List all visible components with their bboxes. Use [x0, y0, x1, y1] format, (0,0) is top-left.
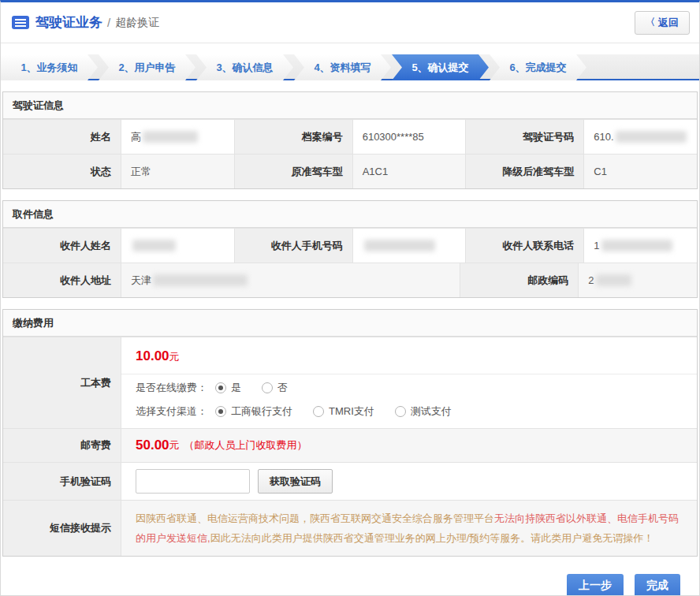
field-label-recipient-mobile: 收件人手机号码 — [235, 229, 353, 263]
sms-tip-row-body: 因陕西省联通、电信运营商技术问题，陕西省互联网交通安全综合服务管理平台无法向持陕… — [121, 501, 697, 556]
breadcrumb-divider: / — [107, 16, 110, 29]
field-label-sms-tip: 短信接收提示 — [3, 501, 121, 556]
redaction-blur — [153, 274, 248, 286]
section-pickup-info: 取件信息 收件人姓名 收件人手机号码 收件人联系电话 1 收件人地址 天津 邮政… — [2, 200, 698, 298]
license-business-icon — [12, 16, 29, 29]
section-payment-fees: 缴纳费用 工本费 10.00元 是否在线缴费： 是 否 选择支付渠道： 工商银行… — [2, 309, 698, 557]
sms-code-input[interactable] — [136, 469, 250, 494]
field-label-postage-fee: 邮寄费 — [3, 429, 121, 462]
footer-actions: 上一步 完成 — [1, 557, 699, 596]
field-value-name: 高 — [121, 120, 235, 154]
page-title: 驾驶证业务 — [35, 13, 102, 32]
back-button-label: 返回 — [658, 16, 679, 30]
table-row: 收件人姓名 收件人手机号码 收件人联系电话 1 — [3, 228, 697, 263]
field-value-recipient-mobile — [353, 229, 467, 263]
table-row: 收件人地址 天津 邮政编码 2 — [3, 263, 697, 297]
field-label-recipient-address: 收件人地址 — [3, 263, 121, 297]
postage-row-body: 50.00元 （邮政人员上门收取费用） — [121, 429, 697, 462]
fee-amount-line: 10.00元 — [121, 337, 697, 374]
field-value-recipient-phone: 1 — [584, 229, 697, 263]
field-label-recipient-name: 收件人姓名 — [3, 229, 121, 263]
step-5-confirm-submit[interactable]: 5、确认提交 — [392, 54, 489, 80]
fee-unit: 元 — [169, 351, 180, 363]
field-value-downgraded-class: C1 — [584, 155, 697, 188]
postage-unit: 元 — [169, 438, 180, 453]
redaction-blur — [601, 240, 672, 251]
field-value-recipient-address: 天津 — [121, 263, 460, 297]
postage-amount: 50.00 — [136, 438, 169, 453]
radio-channel-tmri[interactable]: TMRI支付 — [313, 404, 374, 419]
field-value-postal-code: 2 — [579, 263, 697, 297]
redaction-blur — [143, 131, 198, 143]
section-license-info: 驾驶证信息 姓名 高 档案编号 610300****85 驾驶证号码 610. … — [2, 91, 698, 189]
pay-channel-question-row: 选择支付渠道： 工商银行支付 TMRI支付 测试支付 — [121, 398, 697, 428]
step-wizard: 1、业务须知 2、用户申告 3、确认信息 4、资料填写 5、确认提交 6、完成提… — [1, 54, 699, 80]
step-2-user-declaration[interactable]: 2、用户申告 — [99, 54, 195, 80]
redaction-blur — [596, 274, 631, 286]
field-label-file-number: 档案编号 — [235, 120, 353, 154]
fee-amount: 10.00 — [136, 348, 169, 363]
fee-row-body: 10.00元 是否在线缴费： 是 否 选择支付渠道： 工商银行支付 TMRI支付… — [121, 337, 697, 428]
field-value-status: 正常 — [121, 155, 235, 188]
radio-icon — [262, 382, 273, 393]
pay-channel-question: 选择支付渠道： — [136, 404, 207, 419]
field-value-file-number: 610300****85 — [353, 120, 467, 154]
postage-row: 邮寄费 50.00元 （邮政人员上门收取费用） — [3, 428, 697, 462]
radio-icon — [395, 406, 406, 417]
step-6-complete-submit[interactable]: 6、完成提交 — [490, 54, 586, 80]
step-1-business-notice[interactable]: 1、业务须知 — [1, 54, 98, 80]
postage-note: （邮政人员上门收取费用） — [184, 438, 307, 453]
radio-channel-icbc[interactable]: 工商银行支付 — [215, 404, 292, 419]
get-code-button[interactable]: 获取验证码 — [258, 469, 333, 494]
finish-button[interactable]: 完成 — [635, 574, 680, 596]
section-title: 取件信息 — [3, 201, 697, 228]
field-label-license-number: 驾驶证号码 — [466, 120, 584, 154]
previous-step-button[interactable]: 上一步 — [567, 574, 624, 596]
radio-online-no[interactable]: 否 — [262, 381, 288, 395]
field-label-postal-code: 邮政编码 — [460, 263, 579, 297]
header: 驾驶证业务 / 超龄换证 〈 返回 — [1, 2, 699, 43]
sms-code-row-body: 获取验证码 — [121, 463, 697, 500]
online-pay-question: 是否在线缴费： — [136, 381, 207, 395]
redaction-blur — [616, 131, 687, 143]
sms-tip-text: 因陕西省联通、电信运营商技术问题，陕西省互联网交通安全综合服务管理平台无法向持陕… — [121, 501, 697, 556]
radio-channel-test[interactable]: 测试支付 — [395, 404, 452, 419]
fee-row: 工本费 10.00元 是否在线缴费： 是 否 选择支付渠道： 工商银行支付 TM… — [3, 337, 697, 428]
field-label-status: 状态 — [3, 155, 121, 188]
step-4-fill-materials[interactable]: 4、资料填写 — [294, 54, 391, 80]
redaction-blur — [364, 240, 435, 251]
field-value-license-number: 610. — [584, 120, 697, 154]
sms-tip-row: 短信接收提示 因陕西省联通、电信运营商技术问题，陕西省互联网交通安全综合服务管理… — [3, 500, 697, 556]
chevron-left-icon: 〈 — [646, 16, 655, 29]
sms-code-row: 手机验证码 获取验证码 — [3, 462, 697, 500]
page: 驾驶证业务 / 超龄换证 〈 返回 1、业务须知 2、用户申告 3、确认信息 4… — [0, 0, 700, 596]
postage-amount-line: 50.00元 （邮政人员上门收取费用） — [121, 429, 697, 462]
field-label-name: 姓名 — [3, 120, 121, 154]
online-pay-question-row: 是否在线缴费： 是 否 — [121, 374, 697, 398]
redaction-blur — [132, 240, 176, 251]
step-3-confirm-info[interactable]: 3、确认信息 — [196, 54, 293, 80]
field-label-sms-code: 手机验证码 — [3, 463, 121, 500]
back-button[interactable]: 〈 返回 — [635, 11, 690, 35]
radio-icon — [215, 382, 226, 393]
section-title: 驾驶证信息 — [3, 92, 697, 119]
field-label-production-fee: 工本费 — [3, 337, 121, 428]
field-label-original-class: 原准驾车型 — [235, 155, 353, 188]
field-label-downgraded-class: 降级后准驾车型 — [466, 155, 584, 188]
radio-icon — [215, 406, 226, 417]
field-label-recipient-phone: 收件人联系电话 — [466, 229, 584, 263]
radio-icon — [313, 406, 324, 417]
table-row: 状态 正常 原准驾车型 A1C1 降级后准驾车型 C1 — [3, 154, 697, 188]
table-row: 姓名 高 档案编号 610300****85 驾驶证号码 610. — [3, 119, 697, 154]
field-value-original-class: A1C1 — [353, 155, 467, 188]
breadcrumb-current: 超龄换证 — [115, 16, 159, 30]
section-title: 缴纳费用 — [3, 310, 697, 337]
radio-online-yes[interactable]: 是 — [215, 381, 241, 395]
field-value-recipient-name — [121, 229, 235, 263]
